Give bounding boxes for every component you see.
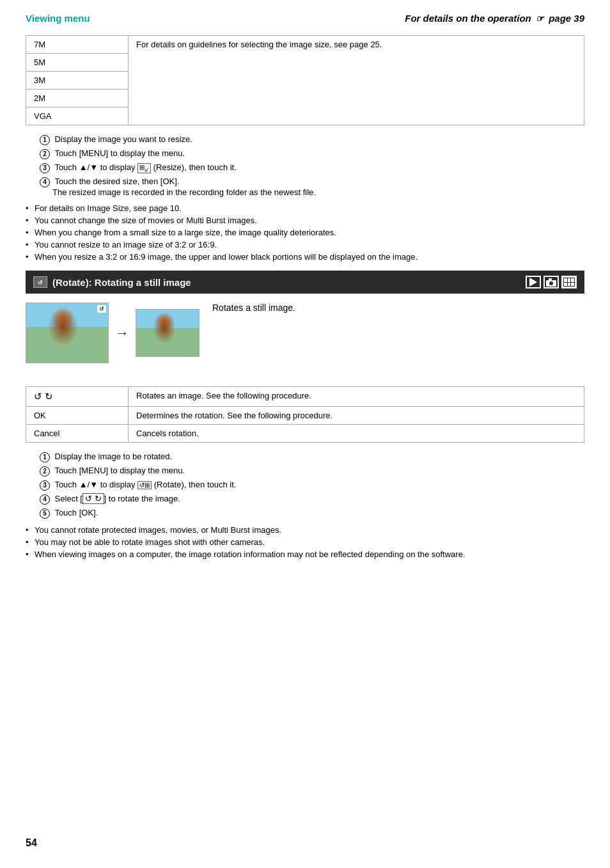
step-4: 4 Touch the desired size, then [OK]. The… [26, 177, 584, 197]
svg-point-2 [549, 281, 553, 285]
page-number: 54 [26, 837, 37, 849]
step-number: 1 [40, 452, 50, 462]
resize-notes: For details on Image Size, see page 10. … [26, 203, 584, 262]
rotate-arrows-description: Rotates an image. See the following proc… [129, 387, 584, 407]
arrow-icon: → [115, 325, 129, 342]
play-icon-box [526, 276, 541, 288]
step-number: 2 [40, 149, 50, 159]
rotate-arrows-icon: ↺ ↻ [34, 391, 53, 402]
option-2m: 2M [26, 90, 129, 107]
rotate-step-1: 1 Display the image to be rotated. [26, 452, 584, 462]
note-item: You cannot rotate protected images, movi… [26, 525, 584, 535]
note-item: You cannot resize to an image size of 3:… [26, 240, 584, 249]
resize-icon: ⊞↙ [137, 163, 151, 173]
rotate-section-header: ↺ (Rotate): Rotating a still image [26, 271, 584, 294]
header-mode-icons [526, 276, 577, 288]
section-title: Viewing menu [26, 13, 90, 24]
before-image: ↺ [26, 303, 109, 363]
image-demo-group: ↺ → [26, 303, 199, 363]
rotate-step-3: 3 Touch ▲/▼ to display ↺⊞ (Rotate), then… [26, 480, 584, 491]
svg-rect-1 [549, 278, 552, 281]
rotate-option-cancel: Cancel [26, 425, 129, 443]
rotate-step-5: 5 Touch [OK]. [26, 508, 584, 519]
play-icon [529, 278, 537, 287]
table-row: Cancel Cancels rotation. [26, 425, 584, 443]
rotate-select-icon: ↺ ↻ [82, 493, 104, 504]
rotate-description: Rotates a still image. [212, 303, 295, 313]
option-5m: 5M [26, 54, 129, 72]
step-number: 3 [40, 163, 50, 173]
option-3m: 3M [26, 72, 129, 90]
page-reference: For details on the operation ☞ page 39 [405, 13, 584, 24]
resize-options-table: 7M For details on guidelines for selecti… [26, 35, 584, 125]
note-item: For details on Image Size, see page 10. [26, 203, 584, 213]
step-1: 1 Display the image you want to resize. [26, 134, 584, 145]
table-row: 7M For details on guidelines for selecti… [26, 36, 584, 54]
step-number: 1 [40, 135, 50, 145]
rotate-notes: You cannot rotate protected images, movi… [26, 525, 584, 559]
camera-icon [545, 278, 557, 287]
rotate-steps: 1 Display the image to be rotated. 2 Tou… [26, 452, 584, 519]
note-item: You may not be able to rotate images sho… [26, 537, 584, 547]
note-item: When viewing images on a computer, the i… [26, 549, 584, 559]
rotate-step-2: 2 Touch [MENU] to display the menu. [26, 466, 584, 477]
rotate-option-arrows: ↺ ↻ [26, 387, 129, 407]
table-row: OK Determines the rotation. See the foll… [26, 407, 584, 425]
grid-icon-box [561, 276, 577, 288]
step-3: 3 Touch ▲/▼ to display ⊞↙ (Resize), then… [26, 162, 584, 173]
step-2: 2 Touch [MENU] to display the menu. [26, 148, 584, 159]
rotate-indicator: ↺ [97, 305, 106, 313]
note-item: When you change from a small size to a l… [26, 228, 584, 237]
camera-icon-box [544, 276, 559, 288]
step-number: 4 [40, 494, 50, 505]
rotate-ok-description: Determines the rotation. See the followi… [129, 407, 584, 425]
note-item: You cannot change the size of movies or … [26, 216, 584, 225]
after-image [136, 309, 199, 357]
table-row: ↺ ↻ Rotates an image. See the following … [26, 387, 584, 407]
rotate-icon-inline: ↺⊞ [137, 481, 152, 489]
rotate-demo: ↺ → Rotates a still image. [26, 303, 584, 375]
step-number: 2 [40, 466, 50, 477]
rotate-cancel-description: Cancels rotation. [129, 425, 584, 443]
rotate-step-4: 4 Select [↺ ↻] to rotate the image. [26, 494, 584, 505]
ref-icon: ☞ [536, 13, 544, 24]
step-number: 5 [40, 509, 50, 519]
rotate-options-table: ↺ ↻ Rotates an image. See the following … [26, 386, 584, 443]
grid-icon [563, 277, 575, 287]
resize-steps: 1 Display the image you want to resize. … [26, 134, 584, 197]
step-number: 3 [40, 480, 50, 491]
description-cell: For details on guidelines for selecting … [129, 36, 584, 125]
rotate-option-ok: OK [26, 407, 129, 425]
option-7m: 7M [26, 36, 129, 54]
note-item: When you resize a 3:2 or 16:9 image, the… [26, 252, 584, 262]
step-number: 4 [40, 177, 50, 187]
option-vga: VGA [26, 107, 129, 125]
page-header: Viewing menu For details on the operatio… [26, 13, 584, 24]
rotate-section-title: (Rotate): Rotating a still image [52, 277, 191, 288]
rotate-section-icon: ↺ [33, 276, 47, 288]
